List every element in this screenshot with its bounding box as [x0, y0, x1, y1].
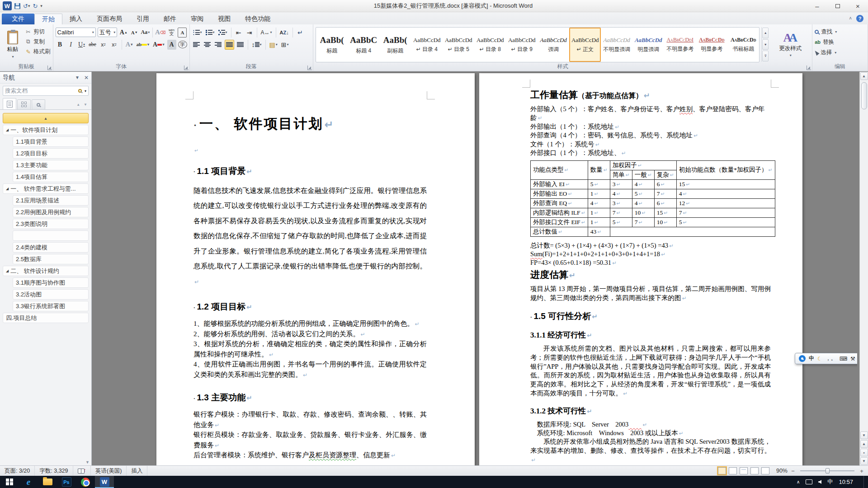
gallery-up-icon[interactable]: ▲ — [762, 28, 769, 38]
nav-item[interactable]: 2.4类的建模 — [13, 242, 89, 253]
style-item-明显强调[interactable]: AaBbCcDd明显强调 — [632, 28, 664, 62]
restore-button[interactable] — [827, 0, 848, 12]
expand-icon[interactable]: ◢ — [6, 269, 9, 273]
web-layout-view-icon[interactable] — [740, 467, 748, 474]
taskbar-explorer-button[interactable] — [38, 476, 57, 488]
nav-item[interactable]: ◢一、 软件需求工程与需... — [3, 183, 89, 194]
tab-页面布局[interactable]: 页面布局 — [90, 14, 129, 24]
style-item-标题[interactable]: AaBb(标题 — [316, 28, 348, 62]
shrink-font-button[interactable]: A▼ — [130, 28, 139, 38]
style-item-书籍标题[interactable]: AaBbCcDd书籍标题 — [727, 28, 759, 62]
phonetic-guide-button[interactable]: wén文 — [167, 28, 176, 38]
nav-item[interactable]: 3.1顺序图与协作图 — [13, 277, 89, 288]
nav-item[interactable]: ◢二、 软件设计规约 — [3, 266, 89, 276]
styles-dialog-launcher-icon[interactable] — [807, 66, 811, 70]
search-input[interactable] — [5, 88, 78, 94]
ime-chinese-mode-icon[interactable]: 中 — [809, 355, 814, 362]
nav-next-icon[interactable]: ▼ — [84, 103, 87, 107]
zoom-in-button[interactable]: + — [859, 468, 864, 474]
next-page-icon[interactable]: ▼ — [860, 457, 868, 465]
strikethrough-button[interactable]: abe — [88, 40, 97, 50]
sort-button[interactable]: AZ↓ — [279, 28, 290, 38]
borders-button[interactable]: ⊞▾ — [280, 40, 290, 50]
display-icon[interactable] — [806, 479, 812, 484]
nav-tab-headings[interactable] — [3, 98, 16, 109]
fullscreen-reading-view-icon[interactable] — [729, 467, 737, 474]
style-item-副标题[interactable]: AaBb(副标题 — [379, 28, 411, 62]
save-button[interactable] — [14, 3, 20, 9]
copy-button[interactable]: ⧉复制 — [25, 37, 51, 46]
help-icon[interactable]: ? — [856, 15, 863, 22]
gallery-down-icon[interactable]: ▼ — [762, 39, 769, 50]
start-button[interactable] — [0, 476, 19, 488]
page-left[interactable]: 一、 软件项目计划↵↵1.1 项目背景↵随着信息技术的飞速发展,信息技术在金融业… — [156, 73, 475, 465]
multilevel-list-button[interactable]: ▾ — [217, 28, 228, 38]
cut-button[interactable]: ✂剪切 — [25, 27, 51, 36]
nav-item[interactable]: 1.4项目估算 — [13, 172, 89, 182]
select-browse-object-icon[interactable]: ● — [860, 449, 868, 456]
zoom-slider[interactable] — [800, 470, 854, 471]
style-item-正文[interactable]: AaBbCcDd↵ 正文 — [569, 28, 601, 62]
proofing-status[interactable]: ✗ — [73, 466, 91, 476]
paragraph-dialog-launcher-icon[interactable] — [307, 66, 312, 70]
redo-button[interactable]: ↻ — [33, 3, 38, 9]
bullets-button[interactable]: ▾ — [192, 28, 203, 38]
superscript-button[interactable]: x2 — [110, 40, 119, 50]
scroll-thumb[interactable] — [861, 82, 867, 109]
style-item-标题 4[interactable]: AaBbC标题 4 — [348, 28, 379, 62]
ime-indicator[interactable]: 中 — [827, 478, 833, 486]
previous-page-icon[interactable]: ▲ — [860, 440, 868, 448]
nav-tab-pages[interactable] — [17, 99, 31, 109]
clear-formatting-button[interactable]: A⌫ — [156, 28, 165, 38]
nav-item[interactable]: 四.项目总结 — [3, 313, 89, 323]
zoom-out-button[interactable]: − — [790, 468, 796, 474]
tab-邮件[interactable]: 邮件 — [156, 14, 184, 24]
find-button[interactable]: 查找▾ — [815, 27, 865, 36]
nav-item[interactable]: 2.1应用场景描述 — [13, 195, 89, 206]
character-border-button[interactable]: A — [178, 28, 187, 38]
scroll-down-icon[interactable]: ▼ — [860, 432, 868, 439]
style-item-目录 8[interactable]: AaBbCcDd↵ 目录 8 — [474, 28, 506, 62]
replace-button[interactable]: ab替换 — [815, 38, 865, 47]
character-shading-button[interactable]: A — [167, 40, 176, 50]
italic-button[interactable]: I — [66, 40, 75, 50]
font-family-combo[interactable]: Calibri▾ — [56, 28, 96, 37]
tab-插入[interactable]: 插入 — [62, 14, 90, 24]
highlight-color-button[interactable]: ab▾ — [135, 40, 150, 50]
qat-customize-button[interactable]: ▾ — [40, 4, 42, 8]
shading-button[interactable]: ▤▾ — [269, 40, 278, 50]
page-right[interactable]: 工作量估算（基于功能点估算）↵外部输入（5 个）：客户姓名、客户身份证号、客户姓… — [479, 73, 802, 465]
tab-视图[interactable]: 视图 — [211, 14, 238, 24]
undo-button[interactable]: ↺▾ — [23, 3, 30, 9]
expand-icon[interactable]: ◢ — [6, 128, 9, 132]
bold-button[interactable]: B — [56, 40, 65, 50]
nav-item[interactable]: 2.3类图说明 — [13, 219, 89, 229]
taskbar-photoshop-button[interactable]: Ps — [57, 476, 76, 488]
style-item-不明显强调[interactable]: AaBbCcDd不明显强调 — [601, 28, 632, 62]
style-item-明显参考[interactable]: AaBbCcDd明显参考 — [696, 28, 727, 62]
tab-特色功能[interactable]: 特色功能 — [238, 14, 278, 24]
tab-引用[interactable]: 引用 — [129, 14, 156, 24]
style-item-不明显参考[interactable]: AaBbCcDdI不明显参考 — [664, 28, 696, 62]
volume-icon[interactable] — [818, 480, 821, 484]
font-size-combo[interactable]: 五号▾ — [98, 28, 117, 37]
show-desktop-button[interactable] — [863, 476, 866, 488]
ime-fullwidth-icon[interactable]: ☾ — [817, 356, 822, 362]
insert-mode-indicator[interactable]: 插入 — [127, 466, 147, 476]
nav-prev-icon[interactable]: ▲ — [76, 103, 80, 107]
format-painter-button[interactable]: ✎格式刷 — [25, 47, 51, 56]
show-marks-button[interactable]: ↵ — [296, 28, 305, 38]
clipboard-dialog-launcher-icon[interactable] — [47, 66, 52, 70]
print-layout-view-icon[interactable] — [718, 467, 726, 474]
page-indicator[interactable]: 页面: 3/20 — [0, 466, 35, 476]
vertical-scrollbar[interactable]: ▲ ▼ ▲ ● ▼ — [859, 72, 868, 465]
ime-search-icon[interactable] — [799, 355, 806, 362]
nav-item[interactable]: 2.5数据库 — [13, 254, 89, 264]
underline-button[interactable]: U▾ — [77, 40, 86, 50]
font-color-button[interactable]: A▾ — [152, 40, 165, 50]
nav-close-icon[interactable]: ✕ — [84, 75, 89, 81]
numbering-button[interactable]: ▾ — [205, 28, 216, 38]
nav-tab-results[interactable] — [32, 99, 45, 109]
close-button[interactable]: × — [848, 0, 868, 12]
line-spacing-button[interactable]: ↕▾ — [251, 40, 263, 50]
